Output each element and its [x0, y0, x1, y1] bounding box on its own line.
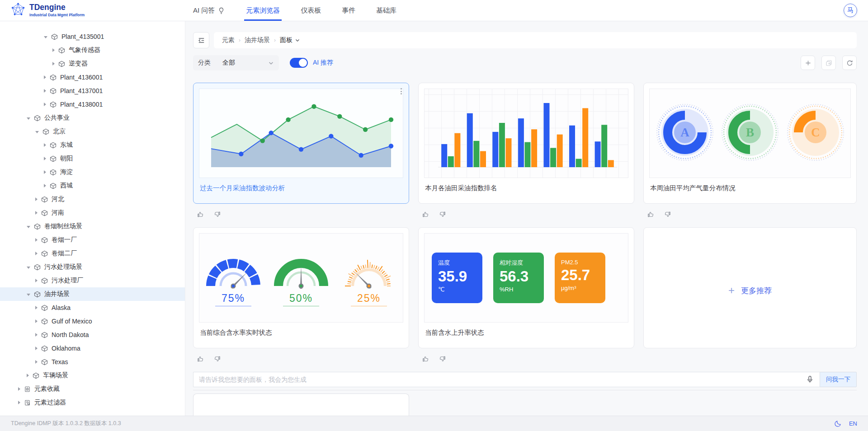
breadcrumb-item-元素[interactable]: 元素 [222, 36, 235, 44]
tree-item-气象传感器[interactable]: 气象传感器 [0, 43, 185, 57]
tree-item-公共事业[interactable]: 公共事业 [0, 111, 185, 125]
panel-card-2[interactable]: 本月各油田采油指数排名 [418, 83, 634, 204]
thumb-down-button[interactable] [439, 355, 446, 363]
mic-button[interactable] [804, 375, 815, 385]
breadcrumb-item-面板[interactable]: 面板 [280, 36, 300, 44]
caret-down-icon[interactable] [44, 36, 47, 38]
tree-item-元素过滤器[interactable]: 元素过滤器 [0, 396, 185, 409]
dark-mode-moon-icon[interactable] [834, 420, 842, 427]
caret-right-icon[interactable] [35, 306, 38, 309]
panel-cell: 75%50%25%当前综合含水率实时状态 [193, 227, 409, 372]
caret-right-icon[interactable] [44, 157, 46, 160]
tab-AI 问答[interactable]: AI 问答 [191, 0, 227, 21]
thumb-up-button[interactable] [422, 355, 429, 363]
ai-recommend-toggle[interactable] [290, 58, 308, 68]
caret-right-icon[interactable] [35, 347, 38, 350]
tree-item-Alaska[interactable]: Alaska [0, 301, 185, 314]
tree-item-污水处理场景[interactable]: 污水处理场景 [0, 260, 185, 274]
tab-仪表板[interactable]: 仪表板 [299, 0, 323, 21]
prompt-input[interactable] [193, 372, 820, 387]
tree-item-Plant_4137001[interactable]: Plant_4137001 [0, 84, 185, 98]
caret-right-icon[interactable] [35, 197, 38, 201]
cube-icon [41, 305, 48, 311]
panel-card-3[interactable]: A B C 本周油田平均产气量分布情况 [643, 83, 857, 204]
tree-item-逆变器[interactable]: 逆变器 [0, 57, 185, 70]
caret-down-icon[interactable] [35, 131, 39, 133]
brand-logo[interactable]: TDengine Industrial Data Mgmt Platform [11, 2, 167, 19]
tree-item-朝阳[interactable]: 朝阳 [0, 152, 185, 165]
add-panel-button[interactable] [801, 56, 815, 70]
tab-元素浏览器[interactable]: 元素浏览器 [244, 0, 282, 21]
refresh-button[interactable] [842, 56, 857, 70]
tree-item-North Dakota[interactable]: North Dakota [0, 328, 185, 342]
tab-基础库[interactable]: 基础库 [374, 0, 398, 21]
partial-card[interactable] [193, 394, 409, 416]
tree-item-元素收藏[interactable]: 元素收藏 [0, 382, 185, 396]
thumb-up-button[interactable] [197, 355, 204, 363]
tree-item-Texas[interactable]: Texas [0, 355, 185, 369]
language-switch[interactable]: EN [849, 420, 857, 427]
tree-item-海淀[interactable]: 海淀 [0, 165, 185, 179]
caret-right-icon[interactable] [35, 252, 38, 255]
tab-事件[interactable]: 事件 [340, 0, 357, 21]
tree-item-卷烟二厂[interactable]: 卷烟二厂 [0, 247, 185, 260]
tree-item-Plant_4135001[interactable]: Plant_4135001 [0, 30, 185, 43]
chevron-down-icon[interactable] [295, 37, 300, 43]
caret-right-icon[interactable] [35, 319, 38, 323]
tree-item-卷烟制丝场景[interactable]: 卷烟制丝场景 [0, 220, 185, 233]
caret-right-icon[interactable] [52, 62, 55, 66]
thumb-up-button[interactable] [422, 211, 429, 218]
stat-value: 56.3 [500, 269, 538, 285]
tree-item-Plant_4138001[interactable]: Plant_4138001 [0, 98, 185, 111]
tree-item-河南[interactable]: 河南 [0, 206, 185, 220]
tree-item-卷烟一厂[interactable]: 卷烟一厂 [0, 233, 185, 247]
caret-right-icon[interactable] [18, 387, 20, 391]
tree-item-Oklahoma[interactable]: Oklahoma [0, 342, 185, 355]
caret-right-icon[interactable] [44, 170, 46, 174]
tree-item-北京[interactable]: 北京 [0, 125, 185, 138]
more-recommend-card[interactable]: +更多推荐 [643, 227, 857, 348]
caret-down-icon[interactable] [27, 117, 30, 120]
tree-item-污水处理厂[interactable]: 污水处理厂 [0, 274, 185, 287]
caret-right-icon[interactable] [18, 401, 20, 404]
tree-item-西城[interactable]: 西城 [0, 179, 185, 192]
collapse-sidebar-button[interactable] [193, 32, 209, 48]
caret-right-icon[interactable] [44, 75, 46, 79]
tree-item-东城[interactable]: 东城 [0, 138, 185, 152]
tree-item-车辆场景[interactable]: 车辆场景 [0, 369, 185, 382]
panel-card-5[interactable]: 温度35.9℃相对湿度56.3%RHPM2.525.7µg/m³当前含水上升率状… [418, 227, 634, 348]
caret-right-icon[interactable] [44, 184, 46, 187]
caret-right-icon[interactable] [44, 143, 46, 147]
caret-right-icon[interactable] [35, 360, 38, 364]
caret-right-icon[interactable] [35, 238, 38, 242]
thumb-down-button[interactable] [213, 355, 221, 363]
panel-card-4[interactable]: 75%50%25%当前综合含水率实时状态 [193, 227, 409, 348]
caret-right-icon[interactable] [44, 103, 46, 106]
tree-item-河北[interactable]: 河北 [0, 192, 185, 206]
tree-item-Gulf of Mexico[interactable]: Gulf of Mexico [0, 314, 185, 328]
user-avatar[interactable]: 马 [844, 4, 857, 17]
caret-right-icon[interactable] [35, 333, 38, 337]
caret-right-icon[interactable] [35, 211, 38, 215]
stat-label: 温度 [438, 259, 476, 267]
thumb-up-button[interactable] [197, 211, 204, 218]
thumb-down-button[interactable] [213, 211, 221, 218]
tree-item-油井场景[interactable]: 油井场景 [0, 287, 185, 301]
thumb-down-button[interactable] [664, 211, 671, 218]
caret-right-icon[interactable] [35, 279, 38, 282]
category-select[interactable]: 分类 全部 [193, 55, 279, 70]
caret-down-icon[interactable] [27, 294, 30, 296]
breadcrumb-item-油井场景[interactable]: 油井场景 [245, 36, 270, 44]
ask-button[interactable]: 问我一下 [820, 372, 857, 387]
thumb-down-button[interactable] [439, 211, 446, 218]
card-menu-kebab-icon[interactable] [400, 87, 403, 95]
tree-item-Plant_4136001[interactable]: Plant_4136001 [0, 70, 185, 84]
caret-down-icon[interactable] [27, 226, 30, 228]
caret-down-icon[interactable] [27, 267, 30, 269]
panel-card-1[interactable]: 过去一个月采油指数波动分析 [193, 83, 409, 204]
caret-right-icon[interactable] [44, 89, 46, 93]
thumb-up-button[interactable] [647, 211, 655, 218]
caret-right-icon[interactable] [52, 48, 55, 52]
duplicate-panel-button[interactable] [821, 56, 836, 70]
caret-right-icon[interactable] [27, 374, 29, 377]
